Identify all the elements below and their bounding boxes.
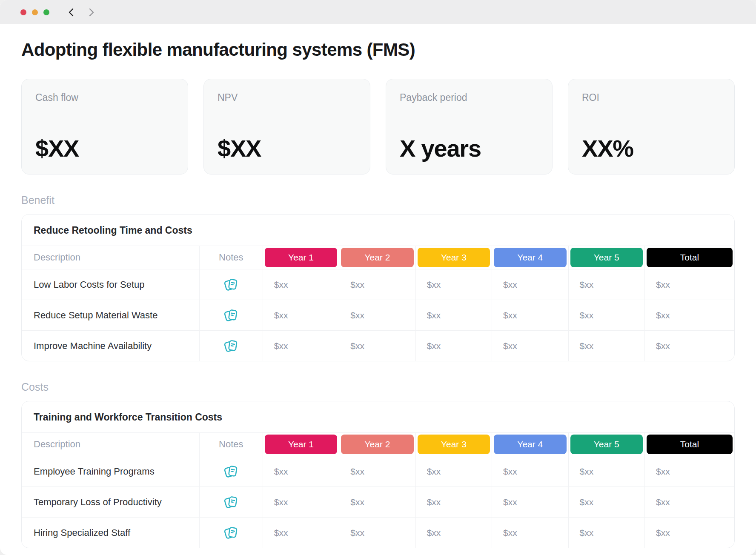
metric-card-roi: ROI XX% — [568, 79, 735, 175]
notes-icon — [223, 524, 240, 541]
table-row: Hiring Specialized Staff $xx $xx $xx $xx… — [22, 517, 734, 548]
value-cell-year5[interactable]: $xx — [568, 456, 644, 486]
year3-pill: Year 3 — [418, 248, 490, 267]
table-header-row: Description Notes Year 1 Year 2 Year 3 Y… — [22, 246, 734, 269]
notes-button[interactable] — [223, 463, 240, 480]
table-title: Training and Workforce Transition Costs — [22, 401, 734, 432]
metric-card-payback-period: Payback period X years — [386, 79, 553, 175]
year1-pill: Year 1 — [265, 248, 337, 267]
value-cell-year2[interactable]: $xx — [339, 300, 415, 330]
value-cell-total[interactable]: $xx — [644, 456, 734, 486]
metric-value: XX% — [582, 134, 721, 162]
value-cell-year1[interactable]: $xx — [263, 269, 339, 300]
value-cell-year2[interactable]: $xx — [339, 518, 415, 548]
notes-button[interactable] — [223, 307, 240, 324]
table-row: Employee Training Programs $xx $xx $xx $… — [22, 456, 734, 486]
value-cell-year2[interactable]: $xx — [339, 269, 415, 300]
metric-card-cash-flow: Cash flow $XX — [21, 79, 188, 175]
notes-button[interactable] — [223, 524, 240, 541]
zoom-window-icon[interactable] — [43, 9, 49, 15]
value-cell-year5[interactable]: $xx — [568, 518, 644, 548]
value-cell-year1[interactable]: $xx — [263, 300, 339, 330]
column-header-description: Description — [22, 433, 199, 456]
costs-table: Training and Workforce Transition Costs … — [21, 401, 735, 548]
page-title: Adopting flexible manufacturing systems … — [21, 40, 735, 60]
value-cell-year3[interactable]: $xx — [415, 518, 492, 548]
value-cell-year3[interactable]: $xx — [415, 269, 492, 300]
metric-cards: Cash flow $XX NPV $XX Payback period X y… — [21, 79, 735, 175]
year2-pill: Year 2 — [341, 248, 413, 267]
value-cell-year1[interactable]: $xx — [263, 487, 339, 517]
value-cell-year5[interactable]: $xx — [568, 487, 644, 517]
notes-button[interactable] — [223, 494, 240, 511]
value-cell-year4[interactable]: $xx — [492, 269, 568, 300]
value-cell-year5[interactable]: $xx — [568, 269, 644, 300]
value-cell-total[interactable]: $xx — [644, 300, 734, 330]
window-titlebar — [0, 0, 756, 24]
value-cell-year5[interactable]: $xx — [568, 300, 644, 330]
value-cell-year5[interactable]: $xx — [568, 331, 644, 361]
row-description[interactable]: Employee Training Programs — [22, 456, 199, 486]
column-header-year5: Year 5 — [568, 433, 644, 456]
notes-button[interactable] — [223, 276, 240, 293]
notes-icon — [223, 276, 240, 293]
notes-icon — [223, 463, 240, 480]
value-cell-year4[interactable]: $xx — [492, 518, 568, 548]
value-cell-year2[interactable]: $xx — [339, 456, 415, 486]
row-description[interactable]: Low Labor Costs for Setup — [22, 269, 199, 300]
value-cell-total[interactable]: $xx — [644, 331, 734, 361]
column-header-description: Description — [22, 246, 199, 269]
metric-label: Payback period — [400, 92, 538, 103]
metric-value: $XX — [218, 134, 356, 162]
close-window-icon[interactable] — [20, 9, 26, 15]
column-header-year1: Year 1 — [263, 433, 339, 456]
value-cell-year4[interactable]: $xx — [492, 300, 568, 330]
notes-button[interactable] — [223, 338, 240, 355]
total-pill: Total — [647, 435, 733, 454]
section-label-benefit: Benefit — [21, 194, 735, 206]
column-header-year4: Year 4 — [492, 246, 568, 269]
table-title: Reduce Retooling Time and Costs — [22, 215, 734, 246]
value-cell-total[interactable]: $xx — [644, 487, 734, 517]
row-description[interactable]: Improve Machine Availability — [22, 331, 199, 361]
row-description[interactable]: Temporary Loss of Productivity — [22, 487, 199, 517]
column-header-year4: Year 4 — [492, 433, 568, 456]
section-label-costs: Costs — [21, 381, 735, 393]
value-cell-year3[interactable]: $xx — [415, 300, 492, 330]
year2-pill: Year 2 — [341, 435, 413, 454]
value-cell-year4[interactable]: $xx — [492, 456, 568, 486]
notes-icon — [223, 338, 240, 355]
metric-card-npv: NPV $XX — [203, 79, 370, 175]
year5-pill: Year 5 — [570, 435, 643, 454]
value-cell-year1[interactable]: $xx — [263, 518, 339, 548]
notes-icon — [223, 494, 240, 511]
total-pill: Total — [647, 248, 733, 267]
value-cell-total[interactable]: $xx — [644, 269, 734, 300]
column-header-year1: Year 1 — [263, 246, 339, 269]
value-cell-year4[interactable]: $xx — [492, 487, 568, 517]
chevron-left-icon — [67, 8, 76, 17]
value-cell-year3[interactable]: $xx — [415, 487, 492, 517]
minimize-window-icon[interactable] — [32, 9, 38, 15]
value-cell-year2[interactable]: $xx — [339, 331, 415, 361]
value-cell-year4[interactable]: $xx — [492, 331, 568, 361]
column-header-total: Total — [644, 433, 734, 456]
back-button[interactable] — [67, 8, 76, 17]
column-header-year3: Year 3 — [415, 246, 492, 269]
value-cell-year3[interactable]: $xx — [415, 331, 492, 361]
page-content: Adopting flexible manufacturing systems … — [0, 40, 756, 548]
column-header-notes: Notes — [199, 246, 263, 269]
forward-button[interactable] — [87, 8, 95, 17]
value-cell-total[interactable]: $xx — [644, 518, 734, 548]
value-cell-year1[interactable]: $xx — [263, 456, 339, 486]
value-cell-year3[interactable]: $xx — [415, 456, 492, 486]
year4-pill: Year 4 — [494, 248, 566, 267]
table-row: Improve Machine Availability $xx $xx $xx… — [22, 330, 734, 361]
year1-pill: Year 1 — [265, 435, 337, 454]
value-cell-year1[interactable]: $xx — [263, 331, 339, 361]
metric-label: NPV — [218, 92, 356, 103]
column-header-year2: Year 2 — [339, 433, 415, 456]
row-description[interactable]: Hiring Specialized Staff — [22, 518, 199, 548]
value-cell-year2[interactable]: $xx — [339, 487, 415, 517]
row-description[interactable]: Reduce Setup Material Waste — [22, 300, 199, 330]
